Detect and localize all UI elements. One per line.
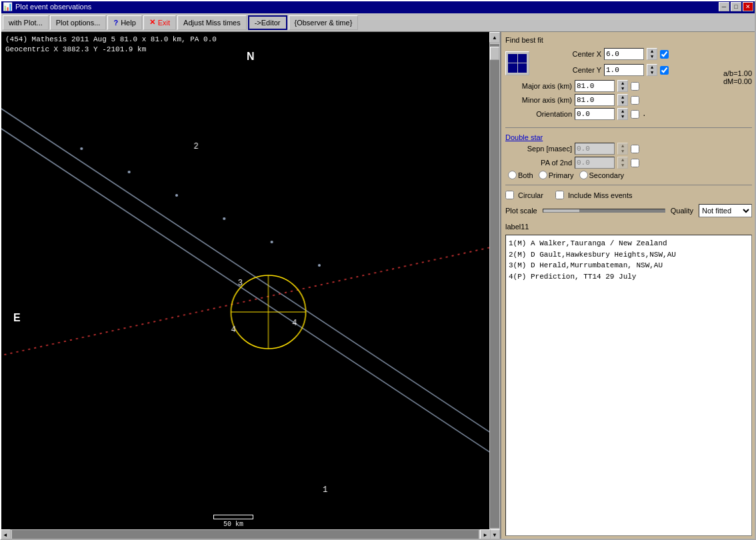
include-miss-label: Include Miss events <box>568 191 633 199</box>
pa2nd-checkbox[interactable] <box>631 159 639 167</box>
orientation-spinner[interactable]: ▲ ▼ <box>617 108 628 120</box>
ab-info: a/b=1.00 dM=0.00 <box>723 69 752 85</box>
adjust-miss-button[interactable]: Adjust Miss times <box>177 15 247 30</box>
major-down[interactable]: ▼ <box>618 86 627 91</box>
center-x-input[interactable] <box>604 48 644 60</box>
minor-axis-label: Minor axis (km) <box>505 96 572 104</box>
orientation-input[interactable] <box>575 108 615 120</box>
center-y-input[interactable] <box>604 64 644 76</box>
circular-checkbox[interactable] <box>505 191 514 199</box>
sepn-down[interactable]: ▼ <box>618 149 627 154</box>
divider-1 <box>505 127 752 128</box>
minor-up[interactable]: ▲ <box>618 95 627 100</box>
help-button[interactable]: ? Help <box>107 15 141 30</box>
scroll-up-button[interactable]: ▲ <box>489 32 500 43</box>
center-x-up[interactable]: ▲ <box>647 49 657 54</box>
horizontal-scrollbar[interactable]: ◄ ► <box>0 529 491 540</box>
editor-button[interactable]: ->Editor <box>248 15 287 30</box>
dot-indicator: . <box>642 110 647 118</box>
right-panel: Find best fit Center X ▲ ▼ <box>501 32 756 540</box>
exit-button[interactable]: ✕ Exit <box>143 15 176 30</box>
minor-axis-input[interactable] <box>575 94 615 106</box>
secondary-radio[interactable] <box>579 171 588 179</box>
center-x-icon <box>505 51 529 75</box>
minor-axis-checkbox[interactable] <box>631 96 639 105</box>
with-plot-button[interactable]: with Plot... <box>3 15 49 30</box>
primary-radio[interactable] <box>539 171 547 179</box>
both-radio[interactable] <box>508 171 517 179</box>
divider-2 <box>505 185 752 185</box>
center-y-checkbox[interactable] <box>660 66 669 75</box>
plot-options-button[interactable]: Plot options... <box>50 15 107 30</box>
scroll-down-button[interactable]: ▼ <box>489 529 500 540</box>
orientation-checkbox[interactable] <box>631 110 639 119</box>
sepn-checkbox[interactable] <box>631 145 639 153</box>
sepn-up[interactable]: ▲ <box>618 143 627 149</box>
center-x-down[interactable]: ▼ <box>647 54 657 59</box>
scroll-right-button[interactable]: ► <box>480 529 491 540</box>
center-y-up[interactable]: ▲ <box>647 65 657 70</box>
scroll-thumb[interactable] <box>490 47 499 60</box>
exit-icon: ✕ <box>149 18 155 27</box>
sepn-spinner[interactable]: ▲ ▼ <box>617 143 628 155</box>
help-icon: ? <box>113 19 118 27</box>
pa2nd-label: PA of 2nd <box>505 159 572 167</box>
list-item[interactable]: 3(M) D Herald,Murrumbateman, NSW,AU <box>509 260 749 271</box>
list-item[interactable]: 4(P) Prediction, TT14 29 July <box>509 271 749 283</box>
minimize-button[interactable]: ─ <box>719 2 729 11</box>
include-miss-checkbox[interactable] <box>555 191 564 199</box>
major-axis-checkbox[interactable] <box>631 82 639 91</box>
minor-down[interactable]: ▼ <box>618 100 627 105</box>
ab-ratio: a/b=1.00 <box>723 69 752 77</box>
center-x-checkbox[interactable] <box>660 50 669 59</box>
titlebar: 📊 Plot event observations ─ □ ✕ <box>0 0 756 13</box>
pa2nd-spinner[interactable]: ▲ ▼ <box>617 157 628 169</box>
secondary-radio-label[interactable]: Secondary <box>579 171 625 179</box>
circular-label: Circular <box>518 191 543 199</box>
pa2nd-down[interactable]: ▼ <box>618 163 627 168</box>
major-axis-row: Major axis (km) ▲ ▼ <box>505 80 752 92</box>
center-y-spinner[interactable]: ▲ ▼ <box>647 64 657 76</box>
center-x-spinner[interactable]: ▲ ▼ <box>647 48 657 60</box>
orient-down[interactable]: ▼ <box>618 114 627 119</box>
options-row: Circular Include Miss events <box>505 191 752 199</box>
close-button[interactable]: ✕ <box>743 2 753 11</box>
plot-scale-label: Plot scale <box>505 207 537 215</box>
label11-text: label11 <box>505 223 752 231</box>
center-y-down[interactable]: ▼ <box>647 70 657 75</box>
major-axis-spinner[interactable]: ▲ ▼ <box>617 80 628 92</box>
menubar: with Plot... Plot options... ? Help ✕ Ex… <box>0 13 756 32</box>
major-up[interactable]: ▲ <box>618 81 627 86</box>
orientation-label: Orientation <box>505 110 572 118</box>
observations-list: 1(M) A Walker,Tauranga / New Zealand2(M)… <box>505 235 752 536</box>
list-item[interactable]: 1(M) A Walker,Tauranga / New Zealand <box>509 238 749 249</box>
plot-info-line2: Geocentric X 3882.3 Y -2101.9 km <box>5 45 217 55</box>
scale-label: 50 km <box>223 521 243 528</box>
pa2nd-input[interactable] <box>575 157 615 169</box>
quality-select[interactable]: Not fitted <box>699 204 752 217</box>
primary-radio-label[interactable]: Primary <box>539 171 574 179</box>
quality-label: Quality <box>671 207 693 215</box>
plot-scale-slider[interactable] <box>543 209 665 213</box>
both-radio-label[interactable]: Both <box>508 171 533 179</box>
major-axis-input[interactable] <box>575 80 615 92</box>
minor-axis-row: Minor axis (km) ▲ ▼ <box>505 94 752 106</box>
titlebar-title: Plot event observations <box>15 3 91 11</box>
sepn-input[interactable] <box>575 143 615 155</box>
double-star-section: Double star Sepn [masec] ▲ ▼ PA of 2nd ▲… <box>505 133 752 179</box>
list-item[interactable]: 2(M) D Gault,Hawkesbury Heights,NSW,AU <box>509 249 749 261</box>
titlebar-controls: ─ □ ✕ <box>719 2 753 11</box>
scroll-left-button[interactable]: ◄ <box>0 529 11 540</box>
minor-axis-spinner[interactable]: ▲ ▼ <box>617 94 628 106</box>
pa2nd-up[interactable]: ▲ <box>618 157 627 163</box>
star-radio-group: Both Primary Secondary <box>508 171 752 179</box>
vertical-scrollbar[interactable]: ▲ ▼ <box>489 32 500 540</box>
observer-time-button[interactable]: {Observer & time} <box>289 15 359 30</box>
plot-info-line1: (454) Mathesis 2011 Aug 5 81.0 x 81.0 km… <box>5 35 217 45</box>
maximize-button[interactable]: □ <box>731 2 741 11</box>
scale-bar: 50 km <box>213 515 253 528</box>
dm-value: dM=0.00 <box>723 77 752 85</box>
double-star-label: Double star <box>505 133 752 141</box>
orientation-row: Orientation ▲ ▼ . <box>505 108 752 120</box>
orient-up[interactable]: ▲ <box>618 109 627 114</box>
